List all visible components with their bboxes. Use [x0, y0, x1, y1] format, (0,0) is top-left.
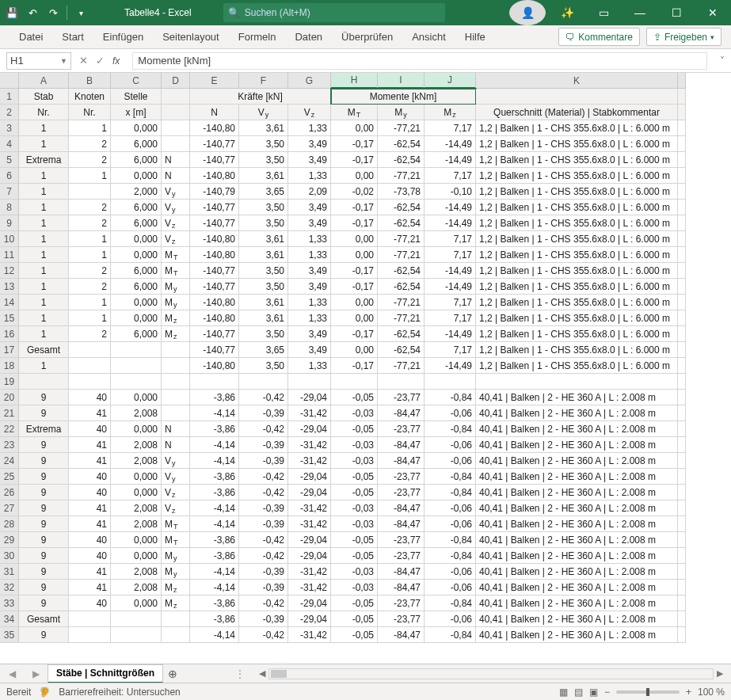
cell-22-K[interactable]: 40,41 | Balken | 2 - HE 360 A | L : 2.00…: [476, 421, 678, 437]
cell-22-H[interactable]: -0,05: [331, 421, 378, 437]
cell-14-J[interactable]: 7,17: [425, 295, 476, 310]
cell-10-C[interactable]: 0,000: [111, 231, 162, 247]
cell-13-D[interactable]: My: [162, 279, 190, 295]
cell-8-I[interactable]: -62,54: [378, 200, 425, 215]
cell-24-I[interactable]: -84,47: [378, 453, 425, 469]
cell-28-I[interactable]: -84,47: [378, 516, 425, 532]
zoom-in-icon[interactable]: +: [686, 687, 691, 698]
cell-18-D[interactable]: [162, 358, 190, 374]
cell-29-I[interactable]: -23,77: [378, 532, 425, 548]
cell-6-B[interactable]: 1: [69, 168, 111, 184]
row-header-31[interactable]: 31: [0, 564, 19, 580]
cell-7-B[interactable]: [69, 184, 111, 200]
cell-26-K[interactable]: 40,41 | Balken | 2 - HE 360 A | L : 2.00…: [476, 485, 678, 500]
cell-18-C[interactable]: [111, 358, 162, 374]
page-break-view-icon[interactable]: ▣: [589, 687, 598, 698]
cell-15-K[interactable]: 1,2 | Balken | 1 - CHS 355.6x8.0 | L : 6…: [476, 310, 678, 326]
cell-8-A[interactable]: 1: [19, 200, 69, 215]
cell-16-G[interactable]: 3,49: [288, 326, 331, 342]
scroll-right-icon[interactable]: ▶: [714, 668, 726, 679]
cell-23-I[interactable]: -84,47: [378, 437, 425, 453]
cell-32-H[interactable]: -0,03: [331, 580, 378, 595]
cell-33-H[interactable]: -0,05: [331, 595, 378, 611]
cell-30-K[interactable]: 40,41 | Balken | 2 - HE 360 A | L : 2.00…: [476, 548, 678, 564]
col-header-D[interactable]: D: [162, 73, 190, 89]
cell-11-G[interactable]: 1,33: [288, 247, 331, 263]
cell-25-C[interactable]: 0,000: [111, 469, 162, 485]
cell-24-J[interactable]: -0,06: [425, 453, 476, 469]
cell-25-G[interactable]: -29,04: [288, 469, 331, 485]
row-header-29[interactable]: 29: [0, 532, 19, 548]
cell-25-F[interactable]: -0,42: [239, 469, 288, 485]
cell-17-H[interactable]: 0,00: [331, 342, 378, 358]
cell-12-G[interactable]: 3,49: [288, 263, 331, 279]
cell-12-E[interactable]: -140,77: [190, 263, 239, 279]
cell-25-H[interactable]: -0,05: [331, 469, 378, 485]
cell-35-H[interactable]: -0,05: [331, 627, 378, 643]
cell-22-J[interactable]: -0,84: [425, 421, 476, 437]
cell-5-G[interactable]: 3,49: [288, 152, 331, 168]
cell-10-I[interactable]: -77,21: [378, 231, 425, 247]
col-header-I[interactable]: I: [378, 73, 425, 89]
sheet-nav-next-icon[interactable]: ▶: [32, 668, 40, 679]
cell-12-C[interactable]: 6,000: [111, 263, 162, 279]
cell-27-K[interactable]: 40,41 | Balken | 2 - HE 360 A | L : 2.00…: [476, 500, 678, 516]
cell-19-J[interactable]: [425, 374, 476, 390]
cell-22-A[interactable]: Extrema: [19, 421, 69, 437]
search-box[interactable]: 🔍 Suchen (Alt+M): [223, 3, 445, 22]
cell-25-I[interactable]: -23,77: [378, 469, 425, 485]
ribbon-display-icon[interactable]: ▭: [585, 0, 622, 25]
cell-14-C[interactable]: 0,000: [111, 295, 162, 310]
cell-20-B[interactable]: 40: [69, 390, 111, 405]
row-header-2[interactable]: 2: [0, 105, 19, 120]
cell-19-F[interactable]: [239, 374, 288, 390]
cell-34-K[interactable]: 40,41 | Balken | 2 - HE 360 A | L : 2.00…: [476, 611, 678, 627]
cell-23-B[interactable]: 41: [69, 437, 111, 453]
row-header-33[interactable]: 33: [0, 595, 19, 611]
cell-6-J[interactable]: 7,17: [425, 168, 476, 184]
cell-4-E[interactable]: -140,77: [190, 136, 239, 152]
cell-27-C[interactable]: 2,008: [111, 500, 162, 516]
cell-29-G[interactable]: -29,04: [288, 532, 331, 548]
cell-23-A[interactable]: 9: [19, 437, 69, 453]
cell-4-I[interactable]: -62,54: [378, 136, 425, 152]
cell-15-A[interactable]: 1: [19, 310, 69, 326]
cell-4-B[interactable]: 2: [69, 136, 111, 152]
cell-17-G[interactable]: 3,49: [288, 342, 331, 358]
cell-27-E[interactable]: -4,14: [190, 500, 239, 516]
sheet-tab-active[interactable]: Stäbe | Schnittgrößen: [48, 664, 163, 683]
cell-16-H[interactable]: -0,17: [331, 326, 378, 342]
cell-29-C[interactable]: 0,000: [111, 532, 162, 548]
cell-16-F[interactable]: 3,50: [239, 326, 288, 342]
cell-21-E[interactable]: -4,14: [190, 405, 239, 421]
row-header-24[interactable]: 24: [0, 453, 19, 469]
ribbon-tab-datei[interactable]: Datei: [10, 25, 52, 49]
cell-26-C[interactable]: 0,000: [111, 485, 162, 500]
cell-20-J[interactable]: -0,84: [425, 390, 476, 405]
cell-7-J[interactable]: -0,10: [425, 184, 476, 200]
cell-27-A[interactable]: 9: [19, 500, 69, 516]
cell-30-D[interactable]: My: [162, 548, 190, 564]
cell-11-E[interactable]: -140,80: [190, 247, 239, 263]
cell-22-C[interactable]: 0,000: [111, 421, 162, 437]
cell-20-C[interactable]: 0,000: [111, 390, 162, 405]
ribbon-tab-start[interactable]: Start: [52, 25, 93, 49]
cell-4-A[interactable]: 1: [19, 136, 69, 152]
cell-9-J[interactable]: -14,49: [425, 215, 476, 231]
cell-35-E[interactable]: -4,14: [190, 627, 239, 643]
cell-20-E[interactable]: -3,86: [190, 390, 239, 405]
cell-8-E[interactable]: -140,77: [190, 200, 239, 215]
cell-11-K[interactable]: 1,2 | Balken | 1 - CHS 355.6x8.0 | L : 6…: [476, 247, 678, 263]
select-all-corner[interactable]: [0, 73, 19, 89]
sheet-nav-prev-icon[interactable]: ◀: [9, 668, 16, 679]
cell-10-A[interactable]: 1: [19, 231, 69, 247]
formula-input[interactable]: Momente [kNm]: [132, 52, 707, 70]
add-sheet-button[interactable]: ⊕: [163, 668, 182, 680]
cell-27-H[interactable]: -0,03: [331, 500, 378, 516]
cell-6-I[interactable]: -77,21: [378, 168, 425, 184]
cell-10-G[interactable]: 1,33: [288, 231, 331, 247]
cell-5-J[interactable]: -14,49: [425, 152, 476, 168]
cell-19-G[interactable]: [288, 374, 331, 390]
cell-16-A[interactable]: 1: [19, 326, 69, 342]
row-header-1[interactable]: 1: [0, 89, 19, 105]
